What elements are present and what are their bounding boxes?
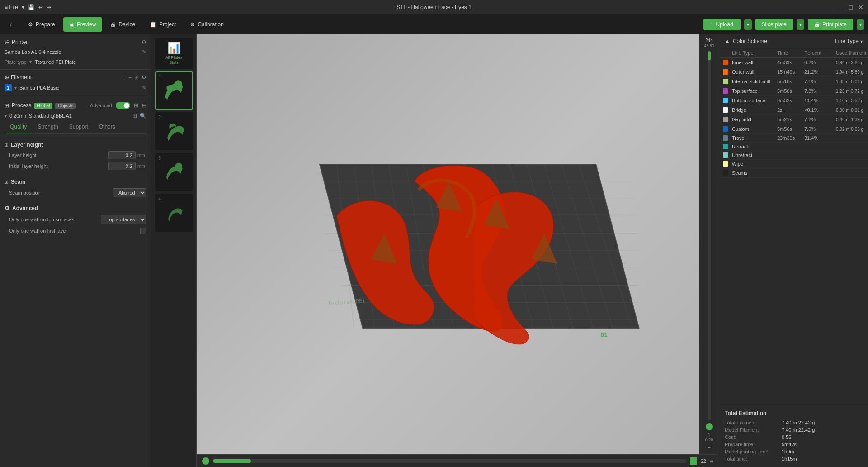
process-label: Process — [12, 102, 31, 109]
tab-quality[interactable]: Quality — [5, 121, 32, 133]
calibration-tab[interactable]: ⊕ Calibration — [184, 17, 230, 32]
preset-search-icon[interactable]: 🔍 — [140, 113, 146, 119]
plate-type-value[interactable]: Textured PEI Plate — [35, 59, 76, 65]
preset-copy-icon[interactable]: ⊞ — [132, 113, 137, 119]
printer-settings-icon[interactable]: ⚙ — [142, 39, 146, 45]
viewport[interactable]: Textured PEI 01 22 ≡ 244 48.80 — [197, 34, 719, 467]
layer-height-input[interactable] — [108, 151, 136, 159]
seam-position-label: Seam position — [5, 190, 113, 195]
filament-icon: ⊕ — [5, 74, 9, 81]
thumbnail-2[interactable]: 2 — [155, 112, 193, 150]
color-dot-9 — [723, 144, 728, 149]
cs-filament-3: 1.23 m 3.72 g — [836, 89, 868, 94]
initial-layer-input[interactable] — [108, 162, 136, 170]
seam-position-select[interactable]: Aligned — [113, 188, 146, 197]
layers-icon[interactable]: ≡ — [710, 457, 713, 465]
filament-remove-icon[interactable]: − — [128, 74, 132, 81]
layer-slider-end[interactable] — [690, 457, 697, 465]
preset-row: ▾ 0.20mm Standard @BBL A1 ⊞ 🔍 — [5, 111, 146, 121]
wall-first-label: Only one wall on first layer — [5, 228, 140, 234]
color-dot-7 — [723, 126, 728, 132]
tab-support[interactable]: Support — [64, 121, 94, 133]
filament-edit-icon[interactable]: ✎ — [142, 85, 146, 91]
layer-bottom-num: 1 0.20 — [705, 432, 713, 443]
wall-top-select[interactable]: Top surfaces — [101, 215, 146, 224]
upload-button[interactable]: ↑ Upload — [703, 19, 741, 30]
thumbnail-4[interactable]: 4 — [155, 194, 193, 232]
close-button[interactable]: ✕ — [858, 4, 863, 11]
redo-icon[interactable]: ↪ — [47, 4, 51, 10]
prepare-tab[interactable]: ⚙ Prepare — [22, 17, 61, 32]
home-button[interactable]: ⌂ — [4, 16, 20, 33]
expand-layers-icon[interactable]: + — [708, 444, 711, 451]
cs-name-8: Travel — [732, 135, 777, 141]
initial-layer-label: Initial layer height — [5, 163, 108, 169]
print-dropdown[interactable]: ▾ — [857, 19, 864, 30]
minimize-button[interactable]: — — [837, 4, 844, 11]
slice-button[interactable]: Slice plate — [755, 19, 793, 30]
project-tab[interactable]: 📋 Project — [143, 17, 182, 32]
cs-name-10: Unretract — [732, 152, 777, 158]
printer-name-value[interactable]: Bambu Lab A1 0.4 nozzle — [5, 49, 61, 55]
filament-name[interactable]: Bambu PLA Basic — [19, 85, 139, 91]
filament-add-icon[interactable]: + — [123, 74, 126, 81]
badge-objects[interactable]: Objects — [55, 103, 76, 109]
wall-top-row: Only one wall on top surfaces Top surfac… — [5, 213, 146, 226]
total-filament-label: Total Filament: — [725, 420, 779, 425]
layer-top-num: 244 48.80 — [704, 38, 714, 48]
undo-icon[interactable]: ↩ — [38, 4, 43, 10]
upload-dropdown[interactable]: ▾ — [744, 19, 752, 30]
layer-progress-bar[interactable] — [213, 459, 686, 463]
cs-filament-5: 0.00 m 0.01 g — [836, 108, 868, 113]
wall-first-checkbox[interactable] — [140, 228, 146, 234]
filament-copy-icon[interactable]: ⊞ — [134, 74, 139, 81]
save-icon[interactable]: 💾 — [28, 4, 35, 10]
preview-tab[interactable]: ◉ Preview — [63, 17, 103, 32]
cs-row-12: Seams ✔ — [719, 168, 868, 178]
upload-icon: ↑ — [711, 21, 713, 28]
advanced-header: ⚙ Advanced — [5, 203, 146, 213]
filament-section: ⊕ Filament + − ⊞ ⚙ 1 ▾ Bambu PLA Basic ✎ — [0, 70, 151, 96]
cs-row-0: Inner wall 4m39s 6.2% 0.94 m 2.84 g ✔ — [719, 58, 868, 67]
layer-dot[interactable] — [706, 423, 713, 430]
advanced-toggle[interactable] — [116, 102, 130, 109]
cs-name-7: Custom — [732, 126, 777, 132]
title-left: ≡ File ▾ 💾 ↩ ↪ — [5, 4, 51, 10]
file-menu[interactable]: ≡ File — [5, 4, 18, 10]
cs-table: Inner wall 4m39s 6.2% 0.94 m 2.84 g ✔ Ou… — [719, 58, 868, 405]
preset-name[interactable]: 0.20mm Standard @BBL A1 — [9, 113, 130, 119]
all-plates-stats[interactable]: 📊 All PlatesStats — [155, 38, 193, 69]
layer-slider-start[interactable] — [202, 457, 209, 465]
process-settings-icon[interactable]: ⊟ — [142, 102, 146, 109]
printer-icon: 🖨 — [5, 39, 10, 45]
cs-name-5: Bridge — [732, 107, 777, 113]
tab-strength[interactable]: Strength — [32, 121, 63, 133]
slice-dropdown[interactable]: ▾ — [797, 19, 804, 30]
plate-type-label: Plate type — [5, 59, 27, 65]
cs-type[interactable]: Line Type ▾ — [835, 38, 863, 44]
process-copy-icon[interactable]: ⊞ — [134, 102, 138, 109]
total-filament-value: 7.40 m 22.42 g — [782, 420, 815, 425]
col-line-type: Line Type — [732, 50, 777, 56]
title-chevron[interactable]: ▾ — [22, 4, 24, 10]
print-button[interactable]: 🖨 Print plate — [808, 19, 853, 30]
thumbnail-1[interactable]: 1 — [155, 71, 193, 110]
model-filament-row: Model Filament: 7.40 m 22.42 g — [725, 426, 863, 434]
badge-global[interactable]: Global — [34, 103, 52, 109]
cs-time-0: 4m39s — [777, 60, 804, 65]
tab-others[interactable]: Others — [94, 121, 121, 133]
filament-settings-icon[interactable]: ⚙ — [142, 74, 146, 81]
layer-sidebar: 244 48.80 1 0.20 + — [699, 34, 719, 454]
layer-height-icon: ⊞ — [5, 143, 8, 148]
thumbnail-3[interactable]: 3 — [155, 153, 193, 191]
viewport-svg: Textured PEI 01 — [197, 34, 719, 467]
preset-chevron: ▾ — [5, 114, 7, 119]
color-dot-1 — [723, 69, 728, 75]
maximize-button[interactable]: □ — [849, 4, 853, 11]
printer-edit-icon[interactable]: ✎ — [142, 49, 146, 55]
device-tab[interactable]: 🖨 Device — [104, 17, 142, 32]
layer-scrolltrack[interactable] — [708, 51, 711, 420]
thumb-preview-1 — [158, 77, 190, 104]
cs-collapse-icon[interactable]: ▲ — [725, 38, 730, 44]
cs-time-3: 5m50s — [777, 88, 804, 94]
